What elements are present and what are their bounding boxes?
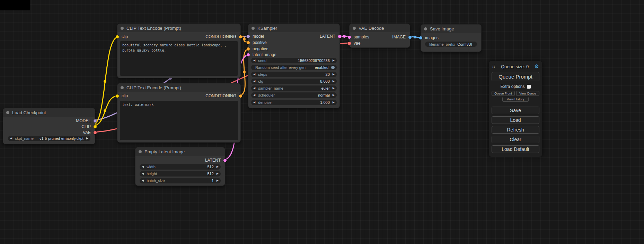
collapse-dot-icon[interactable] <box>121 86 124 89</box>
latent-output-port[interactable]: LATENT <box>202 159 227 162</box>
model-input-port[interactable]: model <box>247 35 267 38</box>
collapse-dot-icon[interactable] <box>424 27 427 30</box>
vae-decode-node[interactable]: VAE Decode samples vae IMAGE <box>349 24 410 48</box>
seed-toggle-icon[interactable] <box>331 66 335 69</box>
positive-input-port[interactable]: positive <box>247 41 270 44</box>
node-title-bar[interactable]: CLIP Text Encode (Prompt) <box>117 24 240 32</box>
graph-canvas[interactable]: Load Checkpoint MODEL CLIP VAE ◀ ckpt_na… <box>0 0 644 244</box>
link-dot <box>343 35 346 38</box>
node-title: Empty Latent Image <box>144 149 185 154</box>
height-widget[interactable]: ◀ height 512 ▶ <box>140 171 221 177</box>
batch-size-widget[interactable]: ◀ batch_size 1 ▶ <box>140 178 221 183</box>
clip-input-port[interactable]: clip <box>116 94 131 98</box>
samples-input-port[interactable]: samples <box>348 35 372 39</box>
vae-output-port[interactable]: VAE <box>80 131 97 134</box>
load-checkpoint-node[interactable]: Load Checkpoint MODEL CLIP VAE ◀ ckpt_na… <box>3 108 95 144</box>
image-output-port[interactable]: IMAGE <box>389 35 412 39</box>
ckpt-name-widget[interactable]: ◀ ckpt_name v1-5-pruned-emaonly.ckpt ▶ <box>8 136 90 141</box>
node-title-bar[interactable]: Load Checkpoint <box>3 108 95 117</box>
menu-drag-handle-icon[interactable]: ⠿ <box>492 64 495 69</box>
images-input-port[interactable]: images <box>419 36 441 39</box>
node-title-bar[interactable]: KSampler <box>248 24 339 32</box>
prev-arrow-icon[interactable]: ◀ <box>10 137 12 140</box>
load-default-button[interactable]: Load Default <box>492 145 539 153</box>
next-arrow-icon[interactable]: ▶ <box>217 172 219 175</box>
random-seed-widget[interactable]: Random seed after every gen enabled <box>251 65 337 70</box>
prev-arrow-icon[interactable]: ◀ <box>142 179 144 182</box>
prev-arrow-icon[interactable]: ◀ <box>253 73 255 76</box>
refresh-button[interactable]: Refresh <box>492 126 539 134</box>
node-title-bar[interactable]: Save Image <box>421 25 481 33</box>
width-widget[interactable]: ◀ width 512 ▶ <box>140 164 221 170</box>
collapse-dot-icon[interactable] <box>353 27 356 30</box>
save-image-node[interactable]: Save Image images filename_prefix ComfyU… <box>421 24 482 52</box>
load-button[interactable]: Load <box>492 116 539 124</box>
prev-arrow-icon[interactable]: ◀ <box>253 101 255 104</box>
prev-arrow-icon[interactable]: ◀ <box>253 94 255 97</box>
ksampler-node[interactable]: KSampler model positive negative latent_… <box>248 24 340 108</box>
node-title-bar[interactable]: CLIP Text Encode (Prompt) <box>117 83 240 92</box>
next-arrow-icon[interactable]: ▶ <box>333 101 335 104</box>
negative-input-port[interactable]: negative <box>247 47 271 51</box>
widget-label: steps <box>258 72 267 76</box>
seed-widget[interactable]: ◀ seed 156680208700286 ▶ <box>251 58 337 63</box>
next-arrow-icon[interactable]: ▶ <box>86 137 88 140</box>
next-arrow-icon[interactable]: ▶ <box>217 179 219 182</box>
widget-value: 1 <box>212 179 214 183</box>
latent-output-port[interactable]: LATENT <box>317 35 341 38</box>
extra-options-checkbox[interactable] <box>527 85 531 89</box>
prev-arrow-icon[interactable]: ◀ <box>142 172 144 175</box>
clip-output-port[interactable]: CLIP <box>79 125 97 128</box>
collapse-dot-icon[interactable] <box>121 27 124 30</box>
sampler-name-widget[interactable]: ◀ sampler_name euler ▶ <box>251 85 337 91</box>
extra-options-label: Extra options <box>500 84 524 89</box>
vae-input-port[interactable]: vae <box>348 42 363 45</box>
view-queue-button[interactable]: View Queue <box>516 91 539 96</box>
prev-arrow-icon[interactable]: ◀ <box>253 59 255 62</box>
next-arrow-icon[interactable]: ▶ <box>333 94 335 97</box>
clip-input-port[interactable]: clip <box>116 35 131 38</box>
widget-label: ckpt_name <box>15 136 34 141</box>
save-button[interactable]: Save <box>492 107 539 114</box>
conditioning-output-port[interactable]: CONDITIONING <box>203 35 242 38</box>
prompt-textarea[interactable]: text, watermark <box>120 101 238 140</box>
widget-label: batch_size <box>147 179 165 183</box>
denoise-widget[interactable]: ◀ denoise 1.000 ▶ <box>251 100 337 105</box>
clip-text-encode-negative-node[interactable]: CLIP Text Encode (Prompt) clip CONDITION… <box>117 83 241 143</box>
next-arrow-icon[interactable]: ▶ <box>333 80 335 83</box>
collapse-dot-icon[interactable] <box>6 111 9 114</box>
next-arrow-icon[interactable]: ▶ <box>217 165 219 168</box>
settings-gear-icon[interactable]: ⚙ <box>535 63 539 70</box>
node-title-bar[interactable]: Empty Latent Image <box>135 147 225 156</box>
model-output-port[interactable]: MODEL <box>73 119 97 123</box>
cfg-widget[interactable]: ◀ cfg 8.000 ▶ <box>251 79 337 84</box>
prev-arrow-icon[interactable]: ◀ <box>142 165 144 168</box>
link-dot <box>243 71 246 73</box>
prev-arrow-icon[interactable]: ◀ <box>253 80 255 83</box>
image-port-dot <box>408 36 412 39</box>
clip-text-encode-positive-node[interactable]: CLIP Text Encode (Prompt) clip CONDITION… <box>117 24 241 78</box>
node-title: CLIP Text Encode (Prompt) <box>126 26 181 31</box>
empty-latent-image-node[interactable]: Empty Latent Image LATENT ◀ width 512 ▶ … <box>135 147 225 186</box>
queue-prompt-button[interactable]: Queue Prompt <box>492 72 539 81</box>
view-history-button[interactable]: View History <box>502 97 529 102</box>
port-label: CONDITIONING <box>205 34 236 39</box>
clear-button[interactable]: Clear <box>492 136 539 143</box>
next-arrow-icon[interactable]: ▶ <box>333 87 335 90</box>
prompt-textarea[interactable]: beautiful scenery nature glass bottle la… <box>120 41 238 76</box>
steps-widget[interactable]: ◀ steps 20 ▶ <box>251 72 337 77</box>
filename-prefix-widget[interactable]: filename_prefix ComfyUI <box>425 42 477 47</box>
widget-value: ComfyUI <box>457 42 472 46</box>
next-arrow-icon[interactable]: ▶ <box>333 73 335 76</box>
node-title-bar[interactable]: VAE Decode <box>350 24 410 32</box>
queue-size-label: Queue size: 0 <box>501 64 529 69</box>
prev-arrow-icon[interactable]: ◀ <box>253 87 255 90</box>
collapse-dot-icon[interactable] <box>252 27 255 30</box>
latent-image-input-port[interactable]: latent_image <box>247 53 279 56</box>
port-label: vae <box>354 41 360 46</box>
collapse-dot-icon[interactable] <box>139 150 142 153</box>
queue-front-button[interactable]: Queue Front <box>492 91 515 96</box>
scheduler-widget[interactable]: ◀ scheduler normal ▶ <box>251 92 337 98</box>
next-arrow-icon[interactable]: ▶ <box>333 59 335 62</box>
conditioning-output-port[interactable]: CONDITIONING <box>203 94 242 98</box>
